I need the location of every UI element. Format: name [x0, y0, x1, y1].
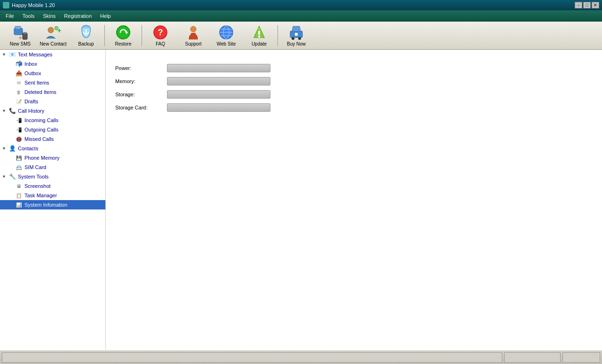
- expand-icon-contacts: ▼: [2, 146, 8, 151]
- support-icon: [185, 24, 202, 40]
- drafts-label: Drafts: [24, 99, 38, 104]
- missed-calls-label: Missed Calls: [24, 136, 54, 142]
- backup-button[interactable]: Backup: [70, 23, 103, 48]
- sidebar-item-inbox[interactable]: 📬 Inbox: [0, 59, 105, 69]
- storage-card-bar: [167, 103, 270, 112]
- status-segment-1: [2, 352, 502, 363]
- svg-text:+: +: [18, 35, 22, 40]
- sidebar-item-sim-card[interactable]: 📇 SIM Card: [0, 163, 105, 172]
- sidebar-item-phone-memory[interactable]: 💾 Phone Memory: [0, 153, 105, 163]
- update-button[interactable]: Update: [243, 23, 276, 48]
- svg-point-14: [190, 26, 196, 32]
- deleted-items-label: Deleted Items: [24, 89, 56, 95]
- sidebar-item-system-infomation[interactable]: 📊 System Infomation: [0, 200, 105, 209]
- new-contact-label: New Contact: [40, 41, 66, 46]
- menu-help[interactable]: Help: [96, 12, 115, 20]
- faq-icon: ?: [152, 24, 169, 40]
- sidebar-item-call-history[interactable]: ▼ 📞 Call History: [0, 106, 105, 116]
- screenshot-label: Screenshot: [24, 183, 51, 189]
- outbox-icon: 📤: [15, 70, 23, 77]
- buynow-button[interactable]: Buy Now: [280, 23, 313, 48]
- svg-rect-3: [23, 33, 27, 39]
- sidebar-item-screenshot[interactable]: 🖥 Screenshot: [0, 181, 105, 191]
- menu-registration[interactable]: Registration: [60, 12, 95, 20]
- maximize-button[interactable]: □: [583, 2, 591, 8]
- system-info-label: System Infomation: [24, 202, 67, 208]
- status-segment-3: [562, 352, 600, 363]
- system-info-table: Power: Memory: Storage: Storage Card:: [115, 64, 593, 112]
- text-messages-icon: 📧: [8, 51, 16, 58]
- svg-point-28: [298, 37, 301, 40]
- new-contact-button[interactable]: + New Contact: [37, 23, 70, 48]
- menu-file[interactable]: File: [2, 12, 18, 20]
- storage-bar: [167, 90, 270, 99]
- contacts-label: Contacts: [18, 146, 38, 151]
- outgoing-calls-label: Outgoing Calls: [24, 127, 58, 132]
- menu-tools[interactable]: Tools: [19, 12, 39, 20]
- power-label: Power:: [115, 65, 167, 71]
- main-area: ▼ 📧 Text Messages 📬 Inbox 📤 Outbox ✉ Sen…: [0, 50, 602, 350]
- restore-icon: [115, 24, 132, 40]
- sidebar-item-task-manager[interactable]: 📋 Task Manager: [0, 191, 105, 200]
- update-icon: [251, 24, 268, 40]
- sidebar-item-drafts[interactable]: 📝 Drafts: [0, 97, 105, 106]
- buynow-icon: [288, 24, 305, 40]
- svg-rect-23: [258, 31, 260, 35]
- status-segment-2: [504, 352, 561, 363]
- faq-button[interactable]: ? FAQ: [144, 23, 177, 48]
- incoming-calls-icon: 📲: [15, 116, 23, 124]
- sidebar-item-contacts[interactable]: ▼ 👤 Contacts: [0, 144, 105, 153]
- storage-label: Storage:: [115, 92, 167, 97]
- website-button[interactable]: Web Site: [210, 23, 243, 48]
- update-label: Update: [252, 41, 267, 46]
- restore-button[interactable]: Restore: [107, 23, 140, 48]
- phone-memory-label: Phone Memory: [24, 155, 60, 161]
- menu-bar: File Tools Skins Registration Help: [0, 10, 602, 22]
- svg-point-7: [55, 26, 58, 30]
- sim-card-label: SIM Card: [24, 164, 46, 170]
- info-row-power: Power:: [115, 64, 593, 72]
- system-tools-icon: 🔧: [8, 173, 16, 180]
- expand-icon: ▼: [2, 52, 8, 57]
- svg-point-27: [292, 37, 294, 40]
- sidebar-item-text-messages[interactable]: ▼ 📧 Text Messages: [0, 50, 105, 59]
- svg-rect-4: [24, 32, 26, 34]
- website-icon: [218, 24, 235, 40]
- new-sms-button[interactable]: + New SMS: [4, 23, 37, 48]
- memory-bar: [167, 77, 270, 85]
- sidebar-item-sent-items[interactable]: ✉ Sent Items: [0, 78, 105, 87]
- toolbar-separator-3: [277, 25, 278, 46]
- system-tools-label: System Tools: [18, 174, 48, 179]
- svg-point-5: [48, 27, 54, 33]
- status-bar: [0, 350, 602, 364]
- sent-items-icon: ✉: [15, 79, 23, 86]
- sidebar-item-outgoing-calls[interactable]: 📲 Outgoing Calls: [0, 125, 105, 134]
- close-button[interactable]: ✕: [592, 2, 599, 8]
- menu-skins[interactable]: Skins: [39, 12, 59, 20]
- content-panel: Power: Memory: Storage: Storage Card:: [106, 50, 602, 350]
- toolbar: + New SMS + New Contact Bac: [0, 22, 602, 50]
- memory-label: Memory:: [115, 78, 167, 84]
- website-label: Web Site: [217, 41, 236, 46]
- support-button[interactable]: Support: [177, 23, 210, 48]
- phone-memory-icon: 💾: [15, 154, 23, 162]
- outgoing-calls-icon: 📲: [15, 126, 23, 133]
- support-label: Support: [185, 41, 201, 46]
- task-manager-label: Task Manager: [24, 193, 57, 198]
- sidebar-item-system-tools[interactable]: ▼ 🔧 System Tools: [0, 172, 105, 181]
- svg-rect-26: [295, 33, 298, 36]
- sidebar-item-outbox[interactable]: 📤 Outbox: [0, 69, 105, 78]
- task-manager-icon: 📋: [15, 192, 23, 199]
- svg-rect-1: [15, 26, 21, 29]
- toolbar-separator-1: [104, 25, 105, 46]
- title-bar: Happy Mobile 1.20 − □ ✕: [0, 0, 602, 10]
- sidebar-item-deleted-items[interactable]: 🗑 Deleted Items: [0, 87, 105, 97]
- expand-icon-system: ▼: [2, 174, 8, 179]
- storage-card-label: Storage Card:: [115, 105, 167, 110]
- system-info-icon: 📊: [15, 201, 23, 209]
- minimize-button[interactable]: −: [575, 2, 582, 8]
- sidebar-item-missed-calls[interactable]: 📵 Missed Calls: [0, 134, 105, 144]
- call-history-icon: 📞: [8, 107, 16, 115]
- sidebar-item-incoming-calls[interactable]: 📲 Incoming Calls: [0, 116, 105, 125]
- deleted-items-icon: 🗑: [15, 88, 23, 96]
